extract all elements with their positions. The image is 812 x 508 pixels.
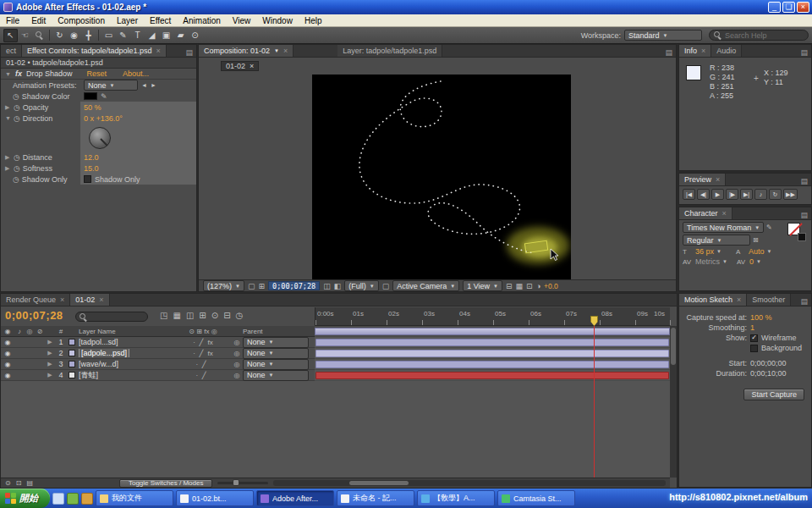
expand-icon[interactable]: ▶ xyxy=(5,104,11,111)
taskbar-button-after-effects[interactable]: Adobe After... xyxy=(256,490,334,506)
composition-viewport[interactable] xyxy=(312,75,571,279)
expand-layer-switches-icon[interactable]: ⊙ xyxy=(5,479,11,487)
expand-transfer-icon[interactable]: ⊡ xyxy=(16,479,22,487)
audio-column-icon[interactable]: ♪ xyxy=(14,328,25,335)
loop-button[interactable]: ↻ xyxy=(769,189,782,200)
quick-launch-icon[interactable] xyxy=(52,493,64,505)
character-tab[interactable]: Character× xyxy=(679,207,732,219)
start-button[interactable]: 開始 xyxy=(0,489,50,508)
softness-value[interactable]: 15.0 xyxy=(84,164,99,173)
layer-3-duration-bar[interactable] xyxy=(315,361,669,368)
close-icon[interactable]: × xyxy=(716,175,720,184)
stopwatch-icon[interactable]: ◷ xyxy=(14,103,20,112)
layer-name-edit[interactable]: [adpole...psd] xyxy=(79,349,129,357)
menu-view[interactable]: View xyxy=(227,16,257,25)
show-channel-icon[interactable]: ◧ xyxy=(334,282,342,290)
capture-speed-value[interactable]: 100 % xyxy=(750,313,772,322)
selected-layer-outline[interactable] xyxy=(524,240,547,253)
effect-controls-tab[interactable]: Effect Controls: tadpole/tadpole1.psd× xyxy=(22,45,167,57)
wireframe-checkbox[interactable]: ✓ xyxy=(750,334,758,342)
view-layout-dropdown[interactable]: 1 View▼ xyxy=(463,280,502,291)
layer-row-1[interactable]: ◉ ▶ 1 [tadpol...sd] ∙╱fx ◎ None▼ xyxy=(1,337,315,348)
auto-keyframe-icon[interactable]: ◷ xyxy=(236,311,244,320)
collapse-icon[interactable]: ▼ xyxy=(5,71,11,77)
flowchart-icon[interactable]: ⊡ xyxy=(526,282,533,290)
timeline-zoom-slider[interactable] xyxy=(217,482,268,484)
motion-blur-icon[interactable]: ⊙ xyxy=(211,311,218,320)
panel-menu-icon[interactable]: ▤ xyxy=(182,48,196,57)
expand-icon[interactable]: ▶ xyxy=(5,165,11,172)
parent-column[interactable]: Parent xyxy=(243,328,315,335)
stopwatch-icon[interactable]: ◷ xyxy=(13,175,19,184)
layer-tab[interactable]: Layer: tadpole/tadpole1.psd xyxy=(337,45,442,57)
leading-value[interactable]: Auto xyxy=(749,247,765,256)
taskbar-button-my-documents[interactable]: 我的文件 xyxy=(96,490,173,506)
layer-2-duration-bar[interactable] xyxy=(315,350,669,357)
layer-name[interactable]: [tadpol...sd] xyxy=(77,338,175,346)
help-search-box[interactable] xyxy=(709,30,809,41)
label-color-swatch[interactable] xyxy=(69,350,75,356)
kerning-value[interactable]: Metrics xyxy=(695,257,720,266)
shadow-only-checkbox[interactable] xyxy=(84,175,91,183)
layer-name[interactable]: [wave/w...d] xyxy=(77,360,175,368)
time-ruler[interactable]: 0:00s 01s 02s 03s 04s 05s 06s 07s 08s 09… xyxy=(315,307,670,326)
eyedropper-icon[interactable]: ✎ xyxy=(101,92,107,101)
timeline-horizontal-scrollbar[interactable] xyxy=(273,480,666,486)
render-queue-tab[interactable]: Render Queue× xyxy=(1,294,70,306)
presets-dropdown[interactable]: None▼ xyxy=(84,80,138,91)
zoom-tool-icon[interactable] xyxy=(32,29,47,42)
close-icon[interactable]: × xyxy=(60,295,64,304)
chevron-down-icon[interactable]: ▼ xyxy=(722,259,727,264)
font-size-value[interactable]: 36 px xyxy=(695,247,714,256)
eyedropper-icon[interactable]: ✎ xyxy=(766,224,776,231)
expand-icon[interactable]: ▶ xyxy=(45,372,55,378)
smoothing-value[interactable]: 1 xyxy=(750,323,754,332)
next-frame-button[interactable]: |▶ xyxy=(726,189,738,200)
panel-menu-icon[interactable]: ▤ xyxy=(797,211,811,219)
clone-stamp-tool-icon[interactable]: ▣ xyxy=(159,29,173,42)
audio-button[interactable]: ♪ xyxy=(754,189,767,200)
taskbar-button-text-file[interactable]: 01-02.bt... xyxy=(176,490,254,506)
expand-inout-icon[interactable]: ▤ xyxy=(26,479,33,487)
smoother-tab[interactable]: Smoother xyxy=(747,294,791,306)
eye-icon[interactable]: ◉ xyxy=(1,372,14,379)
resolution-dropdown[interactable]: (Full)▼ xyxy=(344,280,378,291)
background-checkbox[interactable] xyxy=(750,345,758,352)
eye-icon[interactable]: ◉ xyxy=(1,339,14,346)
region-of-interest-icon[interactable]: ▢ xyxy=(382,282,390,290)
pen-tool-icon[interactable]: ✎ xyxy=(116,29,130,42)
camera-tool-icon[interactable]: ◉ xyxy=(67,29,81,42)
chevron-down-icon[interactable]: ▼ xyxy=(756,259,761,264)
stroke-color-swatch[interactable] xyxy=(798,233,806,241)
tracking-value[interactable]: 0 xyxy=(749,257,754,266)
frame-blending-icon[interactable]: ⊞ xyxy=(199,311,206,320)
pick-whip-icon[interactable]: ◎ xyxy=(231,361,243,368)
menu-window[interactable]: Window xyxy=(256,16,299,25)
layer-row-4[interactable]: ◉ ▶ 4 [青蛙] ∙╱ ◎ None▼ xyxy=(1,370,315,381)
video-column-icon[interactable]: ◉ xyxy=(1,328,14,335)
font-style-dropdown[interactable]: Regular▼ xyxy=(683,235,750,246)
type-tool-icon[interactable]: T xyxy=(130,29,145,42)
panel-menu-icon[interactable]: ▤ xyxy=(661,48,676,57)
label-color-swatch[interactable] xyxy=(69,339,75,345)
selection-tool-icon[interactable]: ↖ xyxy=(3,29,18,42)
project-panel-tab[interactable]: ect xyxy=(1,45,22,57)
parent-dropdown[interactable]: None▼ xyxy=(243,348,309,359)
brainstorm-icon[interactable]: ⊟ xyxy=(223,311,230,320)
comp-mini-tab[interactable]: 01-02 × xyxy=(221,61,259,71)
reset-link[interactable]: Reset xyxy=(87,69,107,78)
toggle-switches-modes-button[interactable]: Toggle Switches / Modes xyxy=(119,479,213,488)
workspace-dropdown[interactable]: Standard ▼ xyxy=(624,30,702,41)
rotation-tool-icon[interactable]: ↻ xyxy=(52,29,67,42)
expand-icon[interactable]: ▶ xyxy=(45,361,55,367)
no-color-icon[interactable]: ⊠ xyxy=(753,236,763,244)
magnification-dropdown[interactable]: (127%)▼ xyxy=(203,280,244,291)
preview-tab[interactable]: Preview× xyxy=(679,174,726,185)
taskbar-button-tutorial[interactable]: 【敎學】A... xyxy=(417,490,495,506)
menu-effect[interactable]: Effect xyxy=(144,16,177,25)
help-search-input[interactable] xyxy=(725,31,812,40)
expand-icon[interactable]: ▶ xyxy=(45,350,55,356)
draft-3d-icon[interactable]: ▦ xyxy=(173,311,180,320)
layer-4-duration-bar[interactable] xyxy=(315,372,669,379)
panel-menu-icon[interactable]: ▤ xyxy=(797,48,811,57)
